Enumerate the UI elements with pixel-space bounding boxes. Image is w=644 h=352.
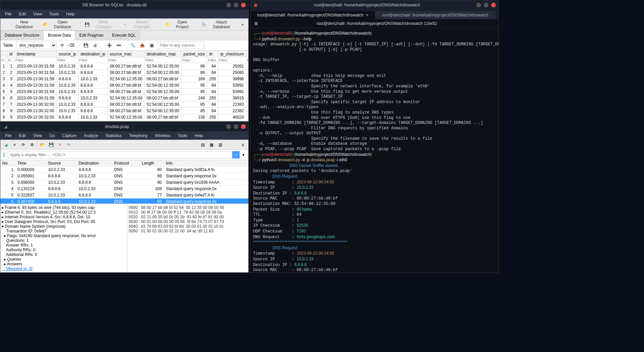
term-titlebar[interactable]: ▣ root@denizhalil: /home/kali/myproject/…: [250, 0, 498, 10]
menu-capture[interactable]: Capture: [59, 132, 80, 139]
open-project-button[interactable]: 📁Open Project: [162, 18, 196, 31]
table-select[interactable]: dns_requests: [16, 42, 56, 49]
hex-view[interactable]: 0000 08 00 27 bb d8 bf 52 54 00 12 35 00…: [127, 204, 248, 272]
table-row[interactable]: 112023-09-13 00:31:5910.0.2.338.8.8.808:…: [1, 63, 249, 70]
menu-edit[interactable]: Edit: [15, 10, 29, 18]
maximize-icon[interactable]: [234, 124, 238, 129]
packet-row[interactable]: 20.0559018.8.8.810.0.2.33DNS96Standard q…: [0, 173, 248, 179]
db-titlebar[interactable]: DB Browser for SQLite - dnsdata.db: [0, 0, 248, 10]
tree-line[interactable]: ▸ Queries: [2, 257, 126, 262]
menu-view[interactable]: View: [30, 10, 45, 18]
tree-line[interactable]: ▾ Domain Name System (response): [2, 224, 126, 229]
close-icon[interactable]: [491, 3, 496, 7]
resize-columns-icon[interactable]: ⫼: [239, 141, 247, 149]
filter-any-column-input[interactable]: [157, 42, 204, 49]
display-filter-input[interactable]: [8, 151, 232, 159]
column-header[interactable]: Protocol: [112, 160, 140, 167]
write-changes-button[interactable]: 💾Write Changes: [82, 18, 119, 31]
menu-telephony[interactable]: Telephony: [126, 132, 151, 139]
column-filter[interactable]: [56, 57, 78, 63]
tree-line[interactable]: Answer RRs: 1: [2, 243, 126, 248]
tab-execute-sql[interactable]: Execute SQL: [108, 31, 140, 40]
options-icon[interactable]: ⚙: [28, 141, 36, 149]
column-header[interactable]: ttl: [207, 51, 218, 57]
minimize-icon[interactable]: [476, 3, 481, 7]
tree-line[interactable]: Transaction ID: 0xfed7: [2, 229, 126, 233]
column-filter[interactable]: [182, 57, 207, 63]
attach-database-button[interactable]: 📎Attach Database: [199, 18, 238, 31]
menu-view[interactable]: View: [30, 132, 45, 139]
packet-row[interactable]: 10.00000010.0.2.338.8.8.8DNS80Standard q…: [0, 167, 248, 173]
tree-line[interactable]: [Request In: 5]: [2, 266, 126, 271]
restart-capture-icon[interactable]: ⟳: [19, 141, 27, 149]
new-database-button[interactable]: 📄New Database: [3, 18, 39, 31]
tree-line[interactable]: ▸ User Datagram Protocol, Src Port: 53, …: [2, 219, 126, 224]
table-row[interactable]: 332023-09-13 00:31:598.8.8.810.0.2.3352:…: [1, 76, 249, 82]
tree-line[interactable]: Questions: 1: [2, 238, 126, 243]
column-header[interactable]: timestamp: [15, 51, 56, 57]
menu-tools[interactable]: Tools: [174, 132, 191, 139]
term-tab-1[interactable]: root@denizhalil: /home/kali/myproject/DN…: [250, 11, 375, 19]
db-table-content[interactable]: idtimestampsource_ipdestination_ipsource…: [0, 51, 248, 121]
menu-analyze[interactable]: Analyze: [81, 132, 102, 139]
overflow-icon[interactable]: »: [239, 22, 246, 27]
column-filter[interactable]: [15, 57, 56, 63]
auto-scroll-icon[interactable]: ▦: [207, 141, 215, 149]
minimize-icon[interactable]: [226, 124, 231, 129]
tree-line[interactable]: ▸ Frame 6: 93 bytes on wire (744 bits), …: [2, 205, 126, 210]
tab-database-structure[interactable]: Database Structure: [0, 31, 44, 40]
menu-edit[interactable]: Edit: [15, 132, 29, 139]
column-header[interactable]: source_mac: [108, 51, 145, 57]
column-header[interactable]: Info: [164, 160, 248, 167]
filter-icon[interactable]: ▦: [148, 42, 155, 49]
apply-filter-icon[interactable]: →: [232, 151, 240, 159]
menu-wireless[interactable]: Wireless: [152, 132, 174, 139]
filter-dropdown-icon[interactable]: ▾: [240, 151, 247, 159]
stop-capture-icon[interactable]: ■: [10, 141, 18, 149]
column-header[interactable]: packet_size: [182, 51, 207, 57]
column-header[interactable]: udp_ch: [246, 51, 248, 57]
column-filter[interactable]: [207, 57, 218, 63]
column-filter[interactable]: [145, 57, 181, 63]
menu-go[interactable]: Go: [46, 132, 58, 139]
ws-titlebar[interactable]: ◢ dnsdata.pcap: [0, 122, 248, 131]
table-row[interactable]: 772023-09-13 00:32:0010.0.2.338.8.8.808:…: [1, 101, 249, 108]
column-header[interactable]: No.: [0, 160, 15, 167]
table-row[interactable]: 222023-09-13 00:31:5910.0.2.338.8.8.808:…: [1, 70, 249, 76]
goto-icon[interactable]: 🔍: [129, 42, 136, 49]
start-capture-icon[interactable]: ◢: [2, 141, 10, 149]
terminal-output[interactable]: ┌──(root@denizhalil)-[/home/kali/myproje…: [250, 28, 498, 272]
column-header[interactable]: destination_mac: [145, 51, 182, 57]
revert-changes-button[interactable]: ↩Revert Changes: [120, 18, 159, 31]
term-tab-2[interactable]: root@denizhalil: /home/kali/myproject/DN…: [375, 11, 495, 19]
packet-list[interactable]: No.TimeSourceDestinationProtocolLengthIn…: [0, 160, 248, 204]
close-icon[interactable]: [241, 124, 246, 129]
delete-row-icon[interactable]: ➖: [115, 42, 122, 49]
column-header[interactable]: id: [7, 51, 14, 57]
menu-file[interactable]: File: [2, 10, 15, 18]
column-header[interactable]: [1, 51, 7, 57]
column-header[interactable]: destination_ip: [78, 51, 108, 57]
minimize-icon[interactable]: [226, 3, 231, 7]
save-icon[interactable]: 💾: [82, 42, 89, 49]
packet-row[interactable]: 40.1332298.8.8.810.0.2.33DNS108Standard …: [0, 186, 248, 192]
zoom-icon[interactable]: ▥: [216, 141, 224, 149]
export-icon[interactable]: 📤: [138, 42, 146, 49]
menu-help[interactable]: Help: [63, 10, 78, 18]
close-icon[interactable]: [241, 3, 246, 7]
tab-edit-pragmas[interactable]: Edit Pragmas: [75, 31, 108, 40]
maximize-icon[interactable]: [484, 3, 488, 7]
reload-icon[interactable]: ⟳: [65, 141, 73, 149]
print-icon[interactable]: 🖨: [91, 42, 99, 49]
menu-file[interactable]: File: [2, 132, 15, 139]
column-header[interactable]: ip_checksum: [218, 51, 246, 57]
bookmark-icon[interactable]: ▕▏: [2, 152, 6, 157]
open-database-button[interactable]: 📂Open Database: [41, 18, 79, 31]
column-filter[interactable]: [246, 57, 248, 63]
menu-statistics[interactable]: Statistics: [102, 132, 125, 139]
column-filter[interactable]: [108, 57, 145, 63]
column-header[interactable]: Destination: [77, 160, 112, 167]
table-row[interactable]: 442023-09-13 00:31:5910.0.2.338.8.8.808:…: [1, 82, 249, 89]
column-filter[interactable]: [218, 57, 246, 63]
tab-browse-data[interactable]: Browse Data: [43, 31, 75, 40]
